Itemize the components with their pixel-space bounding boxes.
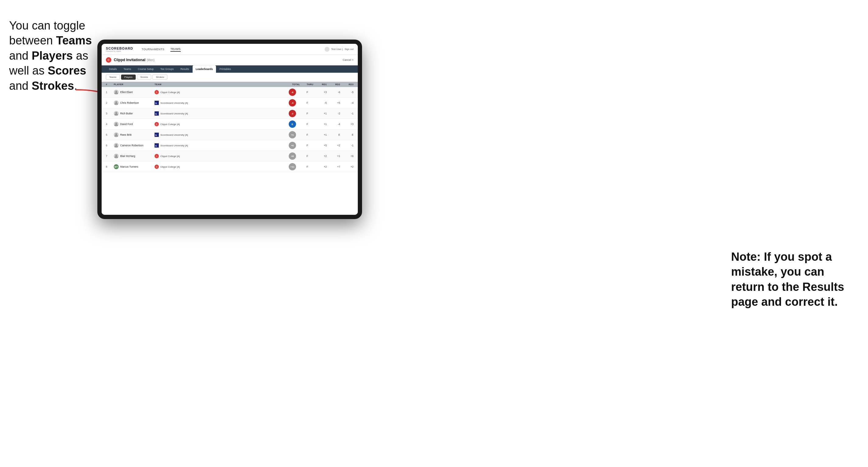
player-avatar (114, 111, 119, 116)
sub-nav: Details Teams Course Setup Tee Groups Re… (102, 65, 358, 73)
thru-val: F (301, 112, 313, 115)
rd3-val: +6 (341, 155, 353, 158)
row-num: 7 (106, 155, 113, 158)
tournament-logo: C (106, 57, 111, 63)
team-name: Scoreboard University [A] (160, 112, 188, 115)
team-cell: S Scoreboard University [A] (155, 143, 215, 148)
player-cell: David Ford (114, 122, 153, 127)
score-badge: -4 (289, 99, 296, 106)
svg-text:S: S (155, 113, 157, 115)
tab-course-setup[interactable]: Course Setup (135, 65, 157, 73)
svg-text:S: S (155, 102, 157, 105)
tab-results[interactable]: Results (177, 65, 192, 73)
rd3-val: -4 (341, 101, 353, 104)
tab-teams[interactable]: Teams (121, 65, 134, 73)
rd1-val: +1 (315, 112, 327, 115)
player-cell: Elliot Ebert (114, 90, 153, 95)
header-rd3: RD3 (341, 83, 353, 86)
table-row: 2 Chris Robertson S Scoreboard Universit… (102, 98, 358, 108)
team-logo: S (155, 111, 159, 116)
user-icon (324, 47, 330, 52)
tab-printables[interactable]: Printables (217, 65, 234, 73)
team-logo: S (155, 133, 159, 137)
player-name: Rich Butler (120, 112, 133, 115)
rd2-val: +1 (328, 155, 340, 158)
score-badge: +8 (289, 152, 296, 160)
tablet-screen: SCOREBOARD Powered by clippd TOURNAMENTS… (102, 44, 358, 215)
player-avatar (114, 122, 119, 127)
team-logo: C (155, 90, 159, 94)
bold-strokes: Strokes (32, 80, 74, 92)
team-name: Clippd College [A] (160, 155, 180, 158)
rd1-val: +1 (315, 133, 327, 136)
team-logo: C (155, 122, 159, 126)
user-name: Test User | (331, 48, 343, 51)
player-avatar: MT (114, 164, 119, 169)
tab-details[interactable]: Details (106, 65, 120, 73)
rd1-val: +1 (315, 123, 327, 126)
header-player: PLAYER (114, 83, 153, 86)
rd3-val: +3 (341, 123, 353, 126)
score-badge: -2 (289, 110, 296, 117)
player-cell: Chris Robertson (114, 100, 153, 105)
header-spacer (217, 83, 284, 86)
player-name: Cameron Robertson (120, 144, 144, 147)
rd3-val: -1 (341, 144, 353, 147)
nav-right: Test User | Sign out (324, 47, 353, 52)
team-name: Clippd College [A] (160, 165, 180, 168)
score-badge: +6 (289, 142, 296, 149)
tab-tee-groups[interactable]: Tee Groups (157, 65, 177, 73)
top-nav: SCOREBOARD Powered by clippd TOURNAMENTS… (102, 44, 358, 55)
table-row: 8 MT Marcus Turners C Clippd College [A]… (102, 161, 358, 172)
rd2-val: +7 (328, 165, 340, 168)
rd1-val: +5 (315, 144, 327, 147)
table-row: 6 Cameron Robertson S Scoreboard Univers… (102, 140, 358, 151)
team-cell: C Clippd College [A] (155, 154, 215, 158)
sign-out-link[interactable]: Sign out (345, 48, 353, 51)
player-cell: Rich Butler (114, 111, 153, 116)
rd1-val: -5 (315, 101, 327, 104)
tournament-header: C Clippd Invitational (Men) Cancel × (102, 55, 358, 65)
team-cell: C Clippd College [A] (155, 122, 215, 126)
toggle-teams-button[interactable]: Teams (106, 74, 120, 80)
bold-scores: Scores (48, 64, 86, 77)
logo-area: SCOREBOARD Powered by clippd (106, 46, 133, 52)
team-cell: S Scoreboard University [A] (155, 111, 215, 116)
tournament-title: Clippd Invitational (114, 58, 146, 62)
rd2-val: E (328, 133, 340, 136)
thru-val: F (301, 91, 313, 94)
player-cell: Blair McHarg (114, 154, 153, 158)
row-num: 8 (106, 165, 113, 168)
team-logo: C (155, 154, 159, 158)
player-cell: Cameron Robertson (114, 143, 153, 148)
player-cell: MT Marcus Turners (114, 164, 153, 169)
team-name: Scoreboard University [A] (160, 144, 188, 147)
player-name: Chris Robertson (120, 101, 139, 104)
header-num: # (106, 83, 113, 86)
tab-leaderboards[interactable]: Leaderboards (193, 65, 216, 73)
cancel-button[interactable]: Cancel × (343, 58, 353, 61)
thru-val: F (301, 144, 313, 147)
row-num: 3 (106, 112, 113, 115)
leaderboard-table: # PLAYER TEAM TOTAL THRU RD1 RD2 RD3 1 E… (102, 82, 358, 215)
toggle-players-button[interactable]: Players (121, 74, 136, 80)
player-avatar (114, 154, 119, 158)
row-num: 2 (106, 101, 113, 104)
toggle-scores-button[interactable]: Scores (137, 74, 151, 80)
header-total: TOTAL (285, 83, 300, 86)
table-row: 1 Elliot Ebert C Clippd College [A] -8 F… (102, 87, 358, 98)
rd2-val: -6 (328, 91, 340, 94)
logo-text: SCOREBOARD (106, 46, 133, 50)
team-cell: C Clippd College [A] (155, 90, 215, 94)
nav-tournaments[interactable]: TOURNAMENTS (142, 47, 164, 52)
rd2-val: -2 (328, 112, 340, 115)
row-num: 6 (106, 144, 113, 147)
toggle-strokes-button[interactable]: Strokes (152, 74, 167, 80)
player-avatar (114, 90, 119, 95)
row-num: 1 (106, 91, 113, 94)
score-badge: +11 (289, 163, 296, 170)
team-name: Clippd College [A] (160, 123, 180, 126)
team-logo: S (155, 101, 159, 105)
nav-teams[interactable]: TEAMS (170, 47, 181, 52)
thru-val: F (301, 123, 313, 126)
